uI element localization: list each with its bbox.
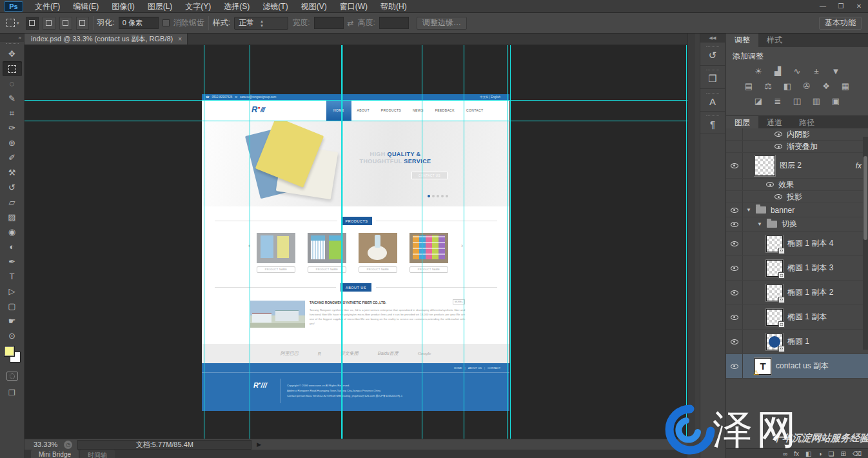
expand-triangle-icon[interactable]: ▼	[757, 221, 762, 227]
visibility-toggle[interactable]	[726, 281, 743, 304]
workspace-switcher-button[interactable]: 基本功能	[819, 17, 862, 30]
layer-row[interactable]: 投影	[726, 191, 868, 203]
visibility-toggle[interactable]	[726, 141, 743, 152]
menu-item-2[interactable]: 图像(I)	[105, 0, 141, 13]
curves-icon[interactable]: ∿	[789, 65, 805, 77]
document-tab[interactable]: index.psd @ 33.3% (contact us 副本, RGB/8)…	[25, 34, 188, 45]
gradient-tool[interactable]: ▨	[3, 210, 22, 224]
exposure-icon[interactable]: ±	[809, 65, 824, 77]
pen-tool[interactable]: ✒	[3, 254, 22, 269]
healing-brush-tool[interactable]: ⊕	[3, 135, 22, 150]
new-selection-button[interactable]	[26, 17, 39, 30]
invert-icon[interactable]: ◪	[751, 94, 766, 107]
layer-row[interactable]: fx图层 2	[726, 153, 868, 179]
guide-vertical[interactable]	[510, 45, 511, 439]
color-balance-icon[interactable]: ⚖	[760, 79, 776, 92]
intersect-selection-button[interactable]	[76, 17, 89, 30]
refine-edge-button[interactable]: 调整边缘…	[417, 17, 467, 30]
tab-通道[interactable]: 通道	[758, 116, 791, 130]
visibility-toggle[interactable]	[726, 217, 743, 231]
lasso-tool[interactable]: ◌	[3, 76, 22, 91]
add-layer-mask-icon[interactable]: ◧	[805, 450, 811, 457]
threshold-icon[interactable]: ◫	[789, 94, 805, 107]
quick-selection-tool[interactable]: ✎	[3, 91, 22, 106]
panel-gripper[interactable]	[6, 43, 19, 45]
tools-collapse-button[interactable]: »	[0, 34, 24, 42]
quick-mask-button[interactable]	[6, 372, 18, 381]
crop-tool[interactable]: ⌗	[3, 106, 22, 121]
swap-dimensions-icon[interactable]: ⇄	[348, 19, 354, 28]
layer-row[interactable]: ▼切换	[726, 217, 868, 232]
type-tool[interactable]: T	[3, 269, 22, 284]
screen-mode-button[interactable]: ❐	[8, 388, 15, 397]
selective-color-icon[interactable]: ▣	[828, 94, 843, 107]
visibility-toggle[interactable]	[726, 203, 743, 217]
guide-vertical[interactable]	[204, 45, 204, 439]
visibility-toggle[interactable]	[726, 232, 743, 255]
visibility-toggle[interactable]	[726, 354, 743, 378]
menu-item-9[interactable]: 帮助(H)	[374, 0, 413, 13]
visibility-toggle[interactable]	[726, 191, 743, 203]
subtract-from-selection-button[interactable]	[59, 17, 72, 30]
blur-tool[interactable]: ◉	[3, 224, 22, 239]
guide-horizontal[interactable]	[25, 121, 687, 121]
close-icon[interactable]: ×	[178, 35, 182, 43]
layer-row[interactable]: 渐变叠加	[726, 141, 868, 153]
feather-input[interactable]: 0 像素	[119, 17, 159, 29]
layer-row[interactable]: ▼banner	[726, 203, 868, 217]
photo-filter-icon[interactable]: ✇	[799, 79, 814, 92]
eraser-tool[interactable]: ▱	[3, 195, 22, 210]
new-adjustment-layer-icon[interactable]: ◑	[818, 450, 822, 457]
channel-mixer-icon[interactable]: ❖	[818, 79, 834, 92]
zoom-tool[interactable]: ⊙	[3, 328, 22, 343]
guide-vertical[interactable]	[341, 45, 342, 439]
visibility-toggle[interactable]	[726, 153, 743, 178]
history-brush-tool[interactable]: ↺	[3, 180, 22, 195]
hand-tool[interactable]: ☛	[3, 314, 22, 328]
tab-图层[interactable]: 图层	[726, 116, 758, 130]
dock-item[interactable]: A	[700, 89, 725, 112]
menu-item-7[interactable]: 视图(V)	[295, 0, 333, 13]
guide-vertical[interactable]	[250, 45, 250, 439]
move-tool[interactable]: ✥	[3, 46, 22, 61]
ps-logo-icon[interactable]: Ps	[4, 1, 23, 12]
canvas-pasteboard[interactable]: ☎ 0512-82907626 ✉ sara.xu@rongweigroup.c…	[25, 45, 687, 439]
tab-调整[interactable]: 调整	[726, 34, 758, 47]
foreground-color-swatch[interactable]	[4, 346, 15, 357]
layers-scrollbar[interactable]	[863, 137, 868, 350]
canvas-vertical-scrollbar[interactable]	[687, 34, 695, 439]
brightness-contrast-icon[interactable]: ☀	[751, 65, 766, 77]
menu-item-1[interactable]: 编辑(E)	[66, 0, 105, 13]
close-button[interactable]: ✕	[850, 0, 868, 13]
antialias-checkbox[interactable]	[163, 19, 170, 26]
shape-tool[interactable]: ▢	[3, 299, 22, 314]
add-to-selection-button[interactable]	[43, 17, 55, 30]
posterize-icon[interactable]: ≣	[770, 94, 785, 107]
rectangular-marquee-tool[interactable]	[3, 61, 22, 76]
menu-item-3[interactable]: 图层(L)	[141, 0, 179, 13]
menu-item-5[interactable]: 选择(S)	[217, 0, 256, 13]
dock-item[interactable]: ❒	[700, 66, 725, 89]
hue-saturation-icon[interactable]: ▤	[741, 79, 756, 92]
delete-layer-icon[interactable]: ⌫	[853, 450, 862, 457]
visibility-toggle[interactable]	[726, 330, 743, 353]
dodge-tool[interactable]: ◐	[3, 239, 22, 254]
tool-preset-picker[interactable]: ▾	[4, 17, 22, 28]
gradient-map-icon[interactable]: ▥	[809, 94, 824, 107]
layer-row[interactable]: 椭圆 1 副本 4	[726, 232, 868, 256]
status-options-arrow[interactable]: ▶	[257, 441, 261, 448]
bottom-tab-0[interactable]: Mini Bridge	[31, 450, 79, 458]
bottom-tab-1[interactable]: 时间轴	[80, 450, 115, 458]
new-layer-icon[interactable]: ⊞	[840, 450, 845, 457]
color-lookup-icon[interactable]: ▦	[838, 79, 853, 92]
guide-vertical[interactable]	[686, 45, 687, 439]
path-selection-tool[interactable]: ▷	[3, 284, 22, 299]
layer-fx-badge[interactable]: fx	[856, 161, 862, 170]
menu-item-0[interactable]: 文件(F)	[28, 0, 66, 13]
layer-row[interactable]: 椭圆 1 副本 3	[726, 256, 868, 281]
menu-item-4[interactable]: 文字(Y)	[179, 0, 217, 13]
eyedropper-tool[interactable]: ✑	[3, 121, 22, 135]
layer-row[interactable]: 椭圆 1 副本 2	[726, 281, 868, 305]
dock-collapse-button[interactable]: ◀◀	[700, 34, 725, 43]
dock-item[interactable]: ¶	[700, 112, 725, 134]
